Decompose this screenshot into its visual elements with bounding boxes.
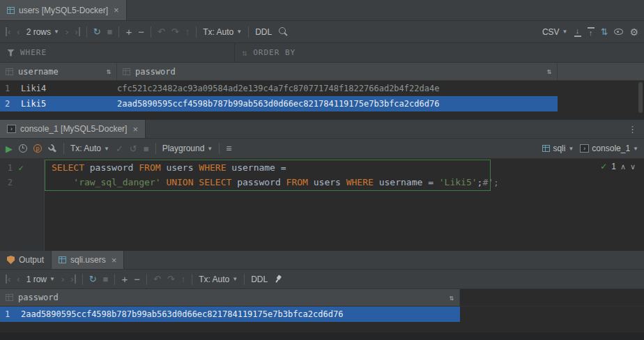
import-data-icon[interactable]: ↑ [588,27,595,37]
tx-mode-button[interactable]: Tx: Auto ▼ [199,275,238,284]
page-size-button[interactable]: 2 rows ▼ [26,27,59,37]
tab-users-table[interactable]: users [MySQL5-Docker] × [0,0,127,20]
cell-password[interactable]: 2aad5890595ccf4598b787b99ab563d0d66ec821… [117,99,558,109]
cell-password[interactable]: cfc521c23482ac93a09584ad2e139c4a7fc87077… [117,84,558,93]
close-icon[interactable]: × [132,124,138,134]
sql-token: 'Liki5' [439,177,477,187]
ddl-button[interactable]: DDL [255,27,272,37]
ddl-button[interactable]: DDL [251,275,268,284]
tab-output[interactable]: Output [0,251,52,269]
playground-mode-button[interactable]: Playground ▼ [162,144,213,153]
sort-icon[interactable]: ⇅ [106,67,111,76]
sort-icon[interactable]: ⇅ [546,67,551,76]
stop-icon[interactable]: ■ [144,144,149,153]
parameters-icon[interactable]: p [33,144,42,153]
where-filter-input[interactable]: WHERE [0,43,235,62]
previous-page-button[interactable]: ‹ [17,27,20,36]
tab-result-sqli-users[interactable]: sqli.users × [52,251,124,269]
redo-icon[interactable]: ↷ [171,27,179,36]
tx-mode-label: Tx: Auto [70,144,101,153]
column-header-password[interactable]: password ⇅ [117,63,558,80]
tab-console[interactable]: › console_1 [MySQL5-Docker] × [0,120,146,138]
sql-editor[interactable]: 1 ✓ 2 SELECT password FROM users WHERE u… [0,159,644,251]
table-row[interactable]: 1 Liki4 cfc521c23482ac93a09584ad2e139c4a… [0,81,558,96]
close-icon[interactable]: × [114,5,119,15]
line-number: 1 [0,163,13,173]
chevron-down-icon[interactable]: ∨ [630,162,636,171]
tx-mode-button[interactable]: Tx: Auto ▼ [203,27,242,37]
sync-compare-icon[interactable]: ⇄ [599,28,608,36]
refresh-icon[interactable]: ↻ [89,275,97,284]
editor-code-area[interactable]: SELECT password FROM users WHERE usernam… [45,159,644,251]
cell-username[interactable]: Liki5 [20,99,117,109]
toolbar-separator [155,143,156,154]
chevron-up-icon[interactable]: ∧ [620,162,626,171]
grid-header-row: username ⇅ password ⇅ [0,63,644,81]
export-data-icon[interactable]: ↓ [574,27,581,37]
page-size-label: 1 row [26,275,47,284]
editor-gutter: 1 ✓ 2 [0,159,45,251]
vertical-scrollbar[interactable] [638,82,643,113]
previous-page-button[interactable]: ‹ [17,275,20,284]
row-number: 2 [0,99,20,109]
kebab-menu-icon[interactable]: ⋮ [621,124,644,134]
wrench-settings-icon[interactable] [48,144,57,153]
toolbar-separator [192,274,192,285]
table-row-selected[interactable]: 2 Liki5 2aad5890595ccf4598b787b99ab563d0… [0,96,558,111]
gear-icon[interactable]: ⚙ [629,27,638,37]
order-by-label: ORDER BY [253,48,296,57]
chevron-down-icon: ▼ [568,146,574,152]
add-row-icon[interactable]: + [125,26,132,37]
revert-icon[interactable]: ↶ [158,27,165,36]
revert-icon[interactable]: ↶ [153,275,161,284]
next-page-button[interactable]: › [66,27,68,36]
last-page-button[interactable]: › [70,275,75,284]
tab-title: Output [19,255,44,265]
refresh-icon[interactable]: ↻ [93,27,101,36]
sql-line: 'raw_sql_danger' UNION SELECT password F… [52,175,644,190]
add-row-icon[interactable]: + [121,274,128,284]
eye-icon[interactable] [614,29,623,35]
row-number: 1 [0,309,20,319]
column-header-password[interactable]: password ⇅ [0,289,460,306]
run-icon[interactable]: ▶ [6,144,13,153]
toolbar-separator [118,26,119,38]
close-icon[interactable]: × [112,255,117,265]
sort-icon[interactable]: ⇅ [449,293,454,302]
console-icon: › [580,144,589,153]
table-row-selected[interactable]: 1 2aad5890595ccf4598b787b99ab563d0d66ec8… [0,307,460,322]
tx-mode-label: Tx: Auto [199,275,229,284]
schema-icon [542,145,550,152]
page-size-button[interactable]: 1 row ▼ [26,275,55,284]
stop-icon[interactable]: ■ [107,27,113,36]
commit-check-icon[interactable]: ✓ [116,144,123,153]
submit-icon[interactable]: ↑ [181,275,186,284]
session-switcher-button[interactable]: › console_1 ▼ [580,144,638,153]
delete-row-icon[interactable]: − [134,274,140,284]
export-format-button[interactable]: CSV ▼ [542,27,568,37]
tx-mode-button[interactable]: Tx: Auto ▼ [70,144,109,153]
ide-window: users [MySQL5-Docker] × ‹ ‹ 2 rows ▼ › ›… [0,0,644,340]
delete-row-icon[interactable]: − [138,26,144,37]
next-page-button[interactable]: › [61,275,64,284]
cell-username[interactable]: Liki4 [20,84,117,93]
stop-icon[interactable]: ■ [103,275,109,284]
schema-switcher-button[interactable]: sqli ▼ [542,144,574,153]
search-icon[interactable] [278,26,289,37]
order-by-input[interactable]: ⇅ ORDER BY [235,43,302,62]
history-icon[interactable] [19,144,27,153]
first-page-button[interactable]: ‹ [6,27,10,36]
column-header-username[interactable]: username ⇅ [0,63,117,80]
first-page-button[interactable]: ‹ [6,275,10,284]
cell-password[interactable]: 2aad5890595ccf4598b787b99ab563d0d66ec821… [20,309,460,319]
ddl-label: DDL [255,27,272,37]
redo-icon[interactable]: ↷ [167,275,175,284]
rollback-icon[interactable]: ↺ [130,144,137,153]
success-check-icon: ✓ [600,162,607,171]
data-grid-toolbar: ‹ ‹ 2 rows ▼ › › ↻ ■ + − ↶ ↷ ↑ Tx: Auto … [0,21,644,43]
pin-icon[interactable] [273,273,284,285]
submit-icon[interactable]: ↑ [185,27,190,36]
order-by-icon: ⇅ [242,49,247,57]
output-view-icon[interactable]: ≡ [226,144,231,153]
last-page-button[interactable]: › [75,27,79,36]
